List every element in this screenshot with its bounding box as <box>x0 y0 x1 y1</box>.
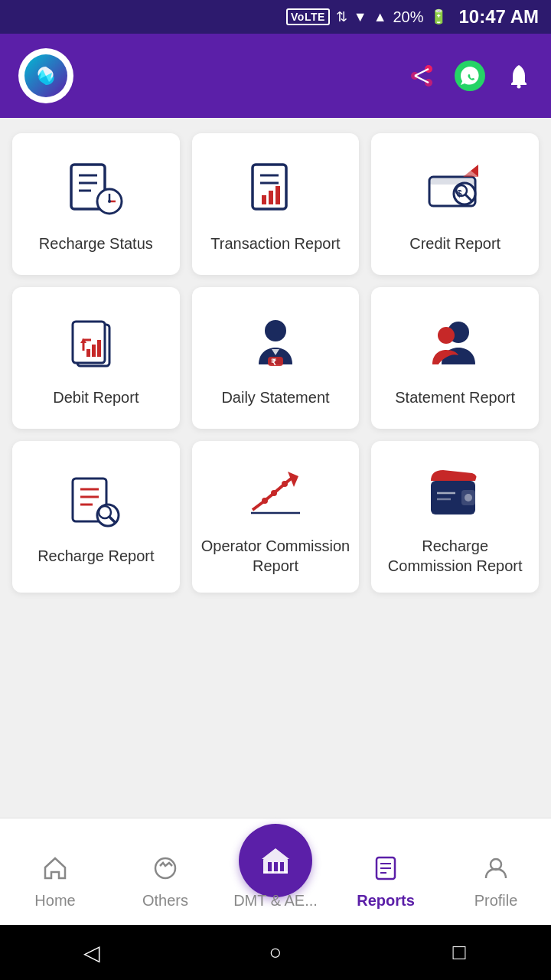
back-button[interactable]: ◁ <box>69 937 115 968</box>
svg-point-36 <box>438 327 455 344</box>
reports-icon <box>373 855 399 887</box>
home-icon <box>42 855 68 887</box>
svg-point-6 <box>517 85 521 89</box>
home-button[interactable]: ○ <box>253 937 298 968</box>
app-logo[interactable] <box>18 48 73 103</box>
nav-item-home[interactable]: Home <box>0 855 110 919</box>
recharge-report-icon <box>61 472 130 534</box>
share-icon[interactable] <box>409 63 435 89</box>
svg-point-53 <box>155 858 175 878</box>
dmt-circle <box>239 824 312 897</box>
recharge-report-label: Recharge Report <box>37 546 154 566</box>
svg-point-50 <box>465 494 472 501</box>
battery-indicator: 20% <box>393 8 423 26</box>
grid-item-recharge-status[interactable]: Recharge Status <box>12 133 180 275</box>
status-icons: VoLTE ⇅ ▼ ▲ 20% 🔋 10:47 AM <box>286 6 539 28</box>
others-label: Others <box>142 892 188 910</box>
recharge-status-label: Recharge Status <box>39 234 153 253</box>
svg-line-4 <box>415 76 429 83</box>
grid-item-statement-report[interactable]: Statement Report <box>371 287 539 429</box>
svg-rect-19 <box>269 191 273 204</box>
svg-line-3 <box>415 69 429 76</box>
statement-report-label: Statement Report <box>395 387 515 407</box>
recharge-commission-label: Recharge Commission Report <box>380 536 530 576</box>
grid-item-transaction-report[interactable]: Transaction Report <box>192 133 360 275</box>
daily-statement-label: Daily Statement <box>221 387 329 407</box>
recharge-status-icon <box>61 160 130 221</box>
svg-rect-57 <box>274 862 278 873</box>
time-display: 10:47 AM <box>459 6 539 28</box>
data-arrows-icon: ⇅ <box>336 8 347 25</box>
operator-commission-label: Operator Commission Report <box>201 536 350 576</box>
operator-commission-icon <box>241 462 310 524</box>
grid-item-recharge-report[interactable]: Recharge Report <box>12 441 180 593</box>
svg-point-46 <box>282 481 288 487</box>
statement-report-icon <box>421 314 490 375</box>
grid-item-recharge-commission[interactable]: Recharge Commission Report <box>371 441 539 593</box>
battery-icon: 🔋 <box>430 8 447 25</box>
svg-text:₹: ₹ <box>271 358 276 367</box>
svg-rect-31 <box>97 340 101 357</box>
svg-rect-30 <box>92 345 96 357</box>
logo-icon <box>32 62 60 90</box>
svg-point-0 <box>425 65 432 73</box>
svg-rect-58 <box>280 862 284 873</box>
profile-label: Profile <box>474 892 518 910</box>
svg-point-44 <box>262 498 268 504</box>
volte-badge: VoLTE <box>286 8 330 25</box>
home-label: Home <box>34 892 75 910</box>
credit-report-icon: $ <box>421 160 490 221</box>
svg-point-14 <box>108 200 111 203</box>
svg-marker-55 <box>262 848 289 859</box>
transaction-report-label: Transaction Report <box>210 234 340 253</box>
system-navigation-bar: ◁ ○ □ <box>0 925 551 980</box>
recharge-commission-icon <box>421 462 490 524</box>
reports-label: Reports <box>357 892 415 910</box>
grid-item-daily-statement[interactable]: ₹ Daily Statement <box>192 287 360 429</box>
svg-text:$: $ <box>457 188 462 199</box>
status-bar: VoLTE ⇅ ▼ ▲ 20% 🔋 10:47 AM <box>0 0 551 34</box>
credit-report-label: Credit Report <box>409 234 500 253</box>
debit-report-icon <box>61 314 130 375</box>
daily-statement-icon: ₹ <box>241 314 310 375</box>
svg-rect-18 <box>262 195 266 204</box>
profile-icon <box>483 855 509 887</box>
nav-item-dmt[interactable]: DMT & AE... <box>220 910 331 919</box>
app-header <box>0 34 551 118</box>
grid-item-credit-report[interactable]: $ Credit Report <box>371 133 539 275</box>
wifi-icon: ▼ <box>354 9 367 25</box>
grid-item-operator-commission[interactable]: Operator Commission Report <box>192 441 360 593</box>
svg-point-5 <box>455 60 485 91</box>
svg-rect-56 <box>268 862 272 873</box>
svg-point-45 <box>271 490 277 496</box>
nav-item-others[interactable]: Others <box>110 855 220 919</box>
whatsapp-icon[interactable] <box>453 59 487 93</box>
signal-icon: ▲ <box>373 9 387 25</box>
nav-item-profile[interactable]: Profile <box>441 855 551 919</box>
svg-point-32 <box>265 320 286 341</box>
main-content: Recharge Status Transaction Report <box>0 118 551 818</box>
header-actions <box>409 59 533 93</box>
reports-grid: Recharge Status Transaction Report <box>12 133 539 593</box>
notification-icon[interactable] <box>505 62 533 90</box>
svg-rect-20 <box>276 186 280 204</box>
recents-button[interactable]: □ <box>436 937 482 968</box>
svg-rect-59 <box>263 871 288 874</box>
dmt-label: DMT & AE... <box>233 892 318 910</box>
nav-items-container: Home Others <box>0 855 551 919</box>
debit-report-label: Debit Report <box>53 387 139 407</box>
others-icon <box>152 855 178 887</box>
grid-item-debit-report[interactable]: Debit Report <box>12 287 180 429</box>
transaction-report-icon <box>241 160 310 221</box>
svg-rect-29 <box>86 349 90 357</box>
nav-item-reports[interactable]: Reports <box>331 855 441 919</box>
bottom-navigation: Home Others <box>0 818 551 925</box>
